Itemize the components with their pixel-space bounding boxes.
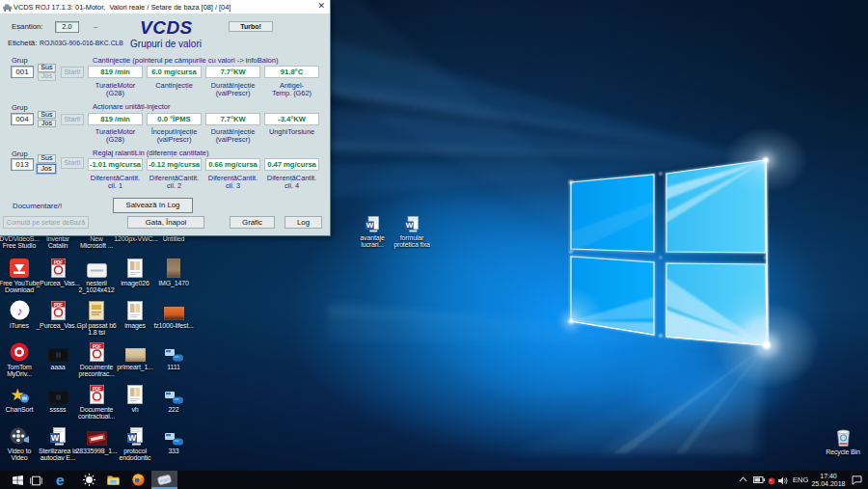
- svg-text:PDF: PDF: [93, 344, 101, 349]
- svg-text:W: W: [406, 221, 414, 230]
- svg-text:W: W: [128, 433, 137, 443]
- svg-text:PDF: PDF: [54, 302, 63, 307]
- svg-text:PDF: PDF: [54, 260, 63, 265]
- svg-text:PDF: PDF: [93, 386, 101, 391]
- svg-text:♪: ♪: [16, 303, 23, 317]
- svg-text:W: W: [366, 221, 374, 230]
- svg-text:W: W: [51, 433, 60, 443]
